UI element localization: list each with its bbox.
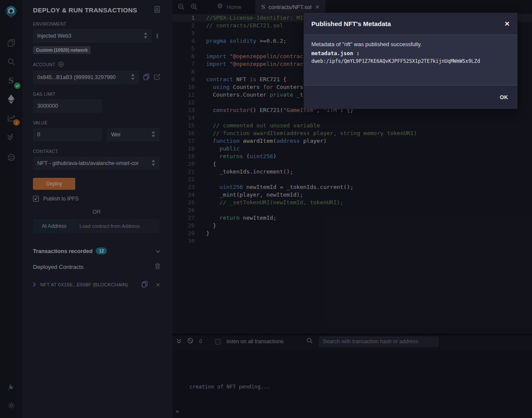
modal-message: Metadata of "nft" was published successf… [311, 41, 510, 47]
ok-button[interactable]: OK [500, 94, 508, 100]
metadata-file-label: metadata.json : [311, 50, 510, 56]
ipfs-hash: dweb:/ipfs/QmYL9P1Z7KE6AQvKJPFF52SX1p2TE… [311, 58, 510, 64]
modal-title: Published NFT's Metadata [311, 20, 391, 27]
published-metadata-modal: Published NFT's Metadata ✕ Metadata of "… [304, 13, 517, 109]
modal-close-icon[interactable]: ✕ [504, 20, 510, 28]
